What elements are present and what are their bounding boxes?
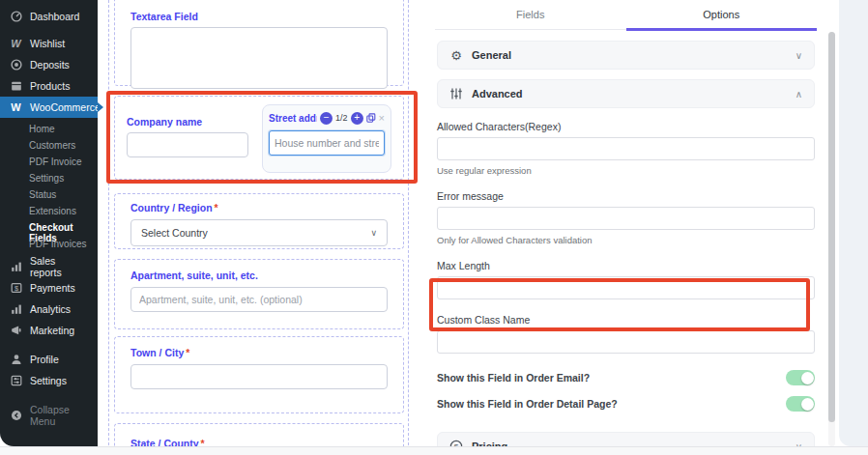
sidebar-item-collapse-menu[interactable]: Collapse Menu [0,405,98,426]
max-length-group: Max Length [437,260,815,299]
required-asterisk: * [215,202,218,213]
chevron-down-icon: ∨ [370,228,377,238]
error-message-label: Error message [437,190,815,202]
column-width-counter: 1/2 [335,113,348,123]
products-icon [9,79,23,93]
apartment-input[interactable] [130,287,388,312]
decrease-columns-button[interactable]: − [320,112,333,125]
country-region-label: Country / Region [130,202,213,213]
bottom-edge [0,446,868,455]
custom-class-input[interactable] [437,330,815,354]
country-select[interactable]: Select Country ∨ [130,219,388,246]
field-block-company-street-row[interactable]: Company name Street address − 1/2 + × [114,96,404,180]
field-block-town-city[interactable]: Town / City* [114,336,404,413]
accordion-advanced[interactable]: Advanced ∧ [437,79,815,108]
company-name-input[interactable] [127,132,248,157]
chevron-down-icon: ∨ [796,50,802,61]
sidebar-item-label: Analytics [30,303,71,315]
sidebar-item-label: Profile [30,354,59,365]
submenu-item-customers[interactable]: Customers [0,137,98,154]
settings-icon [9,374,23,387]
town-city-input[interactable] [130,364,388,389]
allowed-characters-label: Allowed Characters(Regex) [437,121,815,132]
error-message-group: Error message Only for Allowed Character… [437,190,815,245]
panel-scrollbar[interactable] [828,32,835,446]
submenu-item-pdf-invoice[interactable]: PDF Invoice [0,154,98,170]
country-select-value: Select Country [141,227,208,239]
apartment-label: Apartment, suite, unit, etc. [130,270,388,281]
allowed-characters-group: Allowed Characters(Regex) Use regular ex… [437,121,815,176]
street-address-field-selected[interactable]: Street address − 1/2 + × [262,104,391,173]
duplicate-field-icon[interactable] [366,113,376,123]
sidebar-item-payments[interactable]: $ Payments [0,277,98,299]
deposits-icon [9,58,23,71]
remove-field-icon[interactable]: × [379,113,385,124]
sidebar-item-label: Products [30,80,70,92]
submenu-item-checkout-fields[interactable]: Checkout Fields [0,219,98,236]
checkout-fields-editor-page: Dashboard W Wishlist Deposits Products W… [0,0,868,455]
scrollbar-thumb[interactable] [828,32,835,422]
field-options-panel: Fields Options ⚙ General ∨ Advanced ∧ Al… [435,0,817,455]
sidebar-item-dashboard[interactable]: Dashboard [0,6,98,27]
sidebar-item-deposits[interactable]: Deposits [0,54,98,75]
checkout-form-preview: Textarea Field Company name Street addre… [108,0,409,455]
sidebar-item-profile[interactable]: Profile [0,349,98,370]
order-email-toggle[interactable] [786,370,815,385]
sidebar-item-label: Payments [30,282,75,294]
order-detail-toggle[interactable] [786,396,815,412]
payments-icon: $ [9,281,23,295]
submenu-item-extensions[interactable]: Extensions [0,203,98,219]
advanced-section-body: Allowed Characters(Regex) Use regular ex… [435,121,817,412]
sidebar-item-label: Sales reports [30,255,89,278]
order-email-toggle-label: Show this Field in Order Email? [437,372,590,384]
textarea-field-input[interactable] [130,27,388,89]
field-block-apartment[interactable]: Apartment, suite, unit, etc. [114,259,404,329]
submenu-item-status[interactable]: Status [0,186,98,203]
sliders-icon [449,87,463,100]
bar-chart-icon [9,302,23,316]
town-city-label: Town / City [130,347,184,358]
allowed-characters-input[interactable] [437,137,815,160]
submenu-item-settings[interactable]: Settings [0,170,98,186]
sidebar-item-woocommerce[interactable]: W WooCommerce [0,97,98,118]
max-length-input[interactable] [437,276,815,299]
sidebar-item-label: Dashboard [30,11,79,22]
error-message-input[interactable] [437,207,815,230]
sidebar-item-wishlist[interactable]: W Wishlist [0,33,98,54]
collapse-arrow-icon [9,409,23,422]
sidebar-item-label: WooCommerce [30,101,101,113]
sidebar-item-label: Marketing [30,325,74,336]
sidebar-item-analytics[interactable]: Analytics [0,299,98,320]
wp-admin-sidebar: Dashboard W Wishlist Deposits Products W… [0,0,98,446]
sidebar-item-sales-reports[interactable]: Sales reports [0,256,98,277]
tab-options[interactable]: Options [626,0,818,31]
chevron-up-icon: ∧ [796,89,802,100]
error-message-helper: Only for Allowed Characters validation [437,235,815,245]
company-name-field[interactable]: Company name [127,104,250,171]
sidebar-item-label: Settings [30,375,67,386]
order-email-toggle-row: Show this Field in Order Email? [437,369,815,386]
dashboard-icon [9,10,23,23]
sidebar-item-products[interactable]: Products [0,75,98,97]
street-address-label: Street address [269,113,317,124]
custom-class-label: Custom Class Name [437,314,815,326]
sidebar-item-label: Deposits [30,59,70,71]
street-address-input[interactable] [269,130,385,156]
submenu-item-pdf-invoices[interactable]: PDF Invoices [0,236,98,252]
sidebar-item-settings[interactable]: Settings [0,370,98,391]
woocommerce-icon: W [9,101,23,113]
bar-chart-icon [9,260,23,273]
accordion-general[interactable]: ⚙ General ∨ [437,41,815,70]
field-block-country[interactable]: Country / Region* Select Country ∨ [114,193,404,249]
sidebar-item-label: Collapse Menu [30,404,89,427]
profile-icon [9,353,23,366]
submenu-item-home[interactable]: Home [0,121,98,137]
order-detail-toggle-label: Show this Field in Order Detail Page? [437,398,618,410]
field-block-textarea[interactable]: Textarea Field [114,0,404,86]
increase-columns-button[interactable]: + [351,112,363,125]
custom-class-group: Custom Class Name [437,314,815,354]
tab-fields[interactable]: Fields [435,0,626,29]
sidebar-item-marketing[interactable]: Marketing [0,320,98,341]
sidebar-item-label: Wishlist [30,38,65,49]
toggle-knob [801,372,814,384]
